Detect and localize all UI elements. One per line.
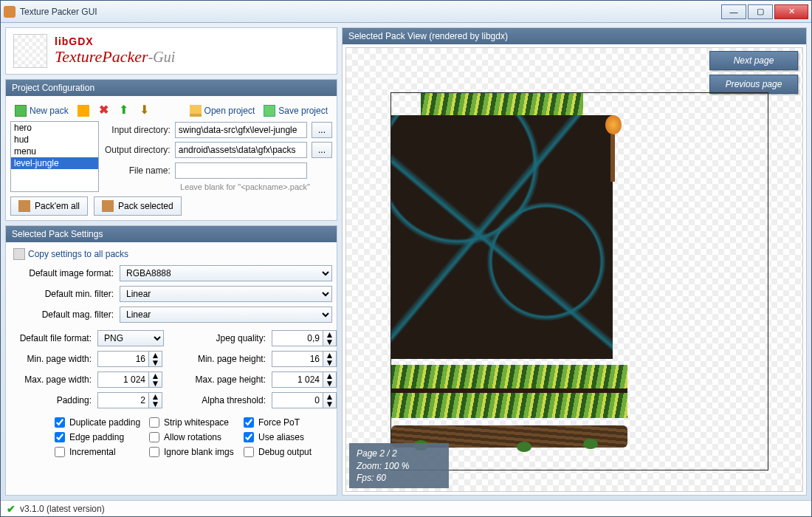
min-w-spinner[interactable]: ▲▼ [97,351,179,367]
atlas-page [390,92,768,470]
file-format-select[interactable]: PNG [97,330,164,346]
logo-gui: -Gui [148,49,176,65]
pack-list[interactable]: hero hud menu level-jungle [10,121,99,192]
edge-padding-check[interactable]: Edge padding [55,432,143,442]
close-button[interactable]: ✕ [774,4,808,19]
input-dir-field[interactable] [175,122,307,138]
pack-list-item[interactable]: level-jungle [11,157,98,169]
open-project-button[interactable]: Open project [187,103,258,118]
status-fps: Fps: 60 [357,472,409,484]
sprite-rock [391,115,613,359]
padding-label: Padding: [10,395,92,405]
max-w-label: Max. page width: [10,374,92,385]
app-body: libGDX TexturePacker-Gui Project Configu… [1,23,811,500]
allow-rot-check[interactable]: Allow rotations [149,432,238,442]
debug-output-check[interactable]: Debug output [244,447,332,457]
pack-selected-button[interactable]: Pack selected [94,196,182,216]
pack-list-item[interactable]: hud [11,134,98,145]
jpeg-q-label: Jpeg quality: [185,333,266,343]
x-icon: ✖ [98,105,110,117]
max-h-label: Max. page height: [185,374,266,385]
copy-icon [13,248,25,260]
mag-filter-select[interactable]: Linear [120,307,332,323]
min-h-label: Min. page height: [185,354,266,364]
use-aliases-check[interactable]: Use aliases [244,432,332,442]
arrow-down-icon: ⬇ [140,105,151,117]
pack-list-item[interactable]: hero [11,122,98,134]
disk-icon [264,105,275,117]
logo-checker-icon [13,34,47,68]
max-h-spinner[interactable]: ▲▼ [272,372,353,388]
prev-page-button[interactable]: Previous page [709,75,798,94]
app-window: Texture Packer GUI — ▢ ✕ libGDX TextureP… [0,0,812,517]
status-page: Page 2 / 2 [357,448,409,459]
delete-pack-button[interactable]: ✖ [95,103,113,118]
filename-label: File name: [105,165,171,176]
check-icon: ✔ [7,503,16,515]
img-format-label: Default image format: [10,268,114,278]
titlebar[interactable]: Texture Packer GUI — ▢ ✕ [1,1,811,23]
status-zoom: Zoom: 100 % [357,460,409,472]
preview-status: Page 2 / 2 Zoom: 100 % Fps: 60 [349,443,449,488]
move-up-button[interactable]: ⬆ [116,103,134,118]
box-icon [18,200,30,212]
filename-hint: Leave blank for "<packname>.pack" [175,182,332,191]
project-config-panel: Project Configuration New pack ✖ ⬆ ⬇ Ope… [5,79,337,221]
sprite-torch [605,115,620,182]
pencil-icon [78,105,89,117]
logo-tp: TexturePacker [55,47,148,66]
dup-padding-check[interactable]: Duplicate padding [55,417,143,428]
next-page-button[interactable]: Next page [709,51,798,70]
pack-settings-panel: Selected Pack Settings Copy settings to … [5,225,337,496]
save-project-button[interactable]: Save project [261,103,331,118]
alpha-label: Alpha threshold: [185,395,266,405]
filename-field[interactable] [175,162,307,179]
left-column: libGDX TexturePacker-Gui Project Configu… [5,27,337,496]
window-title: Texture Packer GUI [20,7,97,17]
pack-list-item[interactable]: menu [11,145,98,157]
new-pack-button[interactable]: New pack [12,103,72,118]
force-pot-check[interactable]: Force PoT [244,417,332,428]
window-buttons: — ▢ ✕ [721,4,808,19]
rename-pack-button[interactable] [75,103,92,118]
file-format-label: Default file format: [10,333,92,343]
pack-settings-header: Selected Pack Settings [6,226,337,242]
logo-banner: libGDX TexturePacker-Gui [5,27,337,75]
minimize-button[interactable]: — [721,4,746,19]
img-format-select[interactable]: RGBA8888 [120,265,332,281]
preview-viewport[interactable]: Next page Previous page Page 2 / 2 [345,47,803,492]
directories-grid: Input directory: ... Output directory: .… [105,121,332,192]
browse-output-button[interactable]: ... [312,142,332,158]
max-w-spinner[interactable]: ▲▼ [97,372,179,388]
output-dir-label: Output directory: [105,145,171,155]
input-dir-label: Input directory: [105,125,171,135]
move-down-button[interactable]: ⬇ [137,103,154,118]
mag-filter-label: Default mag. filter: [10,309,114,320]
preview-header: Selected Pack View (rendered by libgdx) [343,28,806,44]
min-filter-label: Default min. filter: [10,289,114,299]
maximize-button[interactable]: ▢ [748,4,773,19]
padding-spinner[interactable]: ▲▼ [97,392,179,408]
copy-settings-button[interactable]: Copy settings to all packs [10,247,131,261]
browse-input-button[interactable]: ... [312,122,332,138]
box-icon [102,200,114,212]
ignore-blank-check[interactable]: Ignore blank imgs [149,447,238,457]
checkbox-grid: Duplicate padding Strip whitespace Force… [10,417,332,457]
version-label: v3.1.0 (latest version) [20,504,105,514]
project-config-header: Project Configuration [6,80,337,96]
min-filter-select[interactable]: Linear [120,286,332,302]
app-icon [4,6,16,18]
logo-libgdx: libGDX [55,35,175,47]
incremental-check[interactable]: Incremental [55,447,143,457]
logo-text: libGDX TexturePacker-Gui [55,35,175,66]
strip-ws-check[interactable]: Strip whitespace [149,417,238,428]
pack-all-button[interactable]: Pack'em all [10,196,88,216]
arrow-up-icon: ⬆ [119,105,131,117]
output-dir-field[interactable] [175,142,307,158]
project-toolbar: New pack ✖ ⬆ ⬇ Open project Save project [10,100,332,121]
jpeg-q-spinner[interactable]: ▲▼ [272,330,353,346]
plus-icon [15,105,27,117]
min-h-spinner[interactable]: ▲▼ [272,351,353,367]
min-w-label: Min. page width: [10,354,92,364]
alpha-spinner[interactable]: ▲▼ [272,392,353,408]
